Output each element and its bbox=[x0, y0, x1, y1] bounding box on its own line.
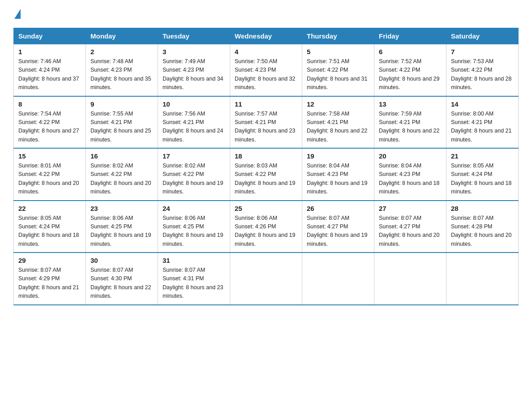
calendar-cell: 27Sunrise: 8:07 AMSunset: 4:27 PMDayligh… bbox=[374, 201, 446, 253]
calendar-cell: 2Sunrise: 7:48 AMSunset: 4:23 PMDaylight… bbox=[86, 44, 158, 96]
day-number: 12 bbox=[307, 100, 369, 108]
day-number: 19 bbox=[307, 152, 369, 160]
col-header-wednesday: Wednesday bbox=[230, 28, 302, 44]
day-info: Sunrise: 7:56 AMSunset: 4:21 PMDaylight:… bbox=[163, 110, 225, 145]
calendar-cell: 22Sunrise: 8:05 AMSunset: 4:24 PMDayligh… bbox=[14, 201, 86, 253]
day-number: 1 bbox=[18, 48, 81, 56]
day-info: Sunrise: 7:59 AMSunset: 4:21 PMDaylight:… bbox=[379, 110, 442, 145]
day-info: Sunrise: 7:50 AMSunset: 4:23 PMDaylight:… bbox=[235, 57, 297, 92]
calendar-cell: 30Sunrise: 8:07 AMSunset: 4:30 PMDayligh… bbox=[86, 253, 158, 305]
day-number: 5 bbox=[307, 48, 369, 56]
day-info: Sunrise: 8:01 AMSunset: 4:22 PMDaylight:… bbox=[18, 162, 81, 197]
week-row-5: 29Sunrise: 8:07 AMSunset: 4:29 PMDayligh… bbox=[14, 253, 519, 305]
logo bbox=[13, 9, 21, 19]
day-number: 11 bbox=[235, 100, 297, 108]
day-number: 9 bbox=[90, 100, 153, 108]
col-header-monday: Monday bbox=[86, 28, 158, 44]
calendar-cell: 14Sunrise: 8:00 AMSunset: 4:21 PMDayligh… bbox=[446, 96, 519, 149]
col-header-friday: Friday bbox=[374, 28, 446, 44]
day-number: 8 bbox=[18, 100, 81, 108]
calendar-cell: 23Sunrise: 8:06 AMSunset: 4:25 PMDayligh… bbox=[86, 201, 158, 253]
calendar-cell: 28Sunrise: 8:07 AMSunset: 4:28 PMDayligh… bbox=[446, 201, 519, 253]
day-number: 10 bbox=[163, 100, 225, 108]
day-number: 21 bbox=[451, 152, 514, 160]
day-info: Sunrise: 7:54 AMSunset: 4:22 PMDaylight:… bbox=[18, 110, 81, 145]
calendar-cell: 15Sunrise: 8:01 AMSunset: 4:22 PMDayligh… bbox=[14, 148, 86, 201]
calendar-cell: 4Sunrise: 7:50 AMSunset: 4:23 PMDaylight… bbox=[230, 44, 302, 96]
week-row-1: 1Sunrise: 7:46 AMSunset: 4:24 PMDaylight… bbox=[14, 44, 519, 96]
calendar-cell: 24Sunrise: 8:06 AMSunset: 4:25 PMDayligh… bbox=[158, 201, 230, 253]
calendar-cell: 12Sunrise: 7:58 AMSunset: 4:21 PMDayligh… bbox=[302, 96, 374, 149]
calendar-cell: 11Sunrise: 7:57 AMSunset: 4:21 PMDayligh… bbox=[230, 96, 302, 149]
calendar-cell: 26Sunrise: 8:07 AMSunset: 4:27 PMDayligh… bbox=[302, 201, 374, 253]
day-info: Sunrise: 8:04 AMSunset: 4:23 PMDaylight:… bbox=[307, 162, 369, 197]
week-row-4: 22Sunrise: 8:05 AMSunset: 4:24 PMDayligh… bbox=[14, 201, 519, 253]
day-number: 14 bbox=[451, 100, 514, 108]
day-info: Sunrise: 8:07 AMSunset: 4:30 PMDaylight:… bbox=[90, 266, 153, 301]
calendar-cell: 5Sunrise: 7:51 AMSunset: 4:22 PMDaylight… bbox=[302, 44, 374, 96]
calendar-cell: 31Sunrise: 8:07 AMSunset: 4:31 PMDayligh… bbox=[158, 253, 230, 305]
day-number: 4 bbox=[235, 48, 297, 56]
calendar-cell: 20Sunrise: 8:04 AMSunset: 4:23 PMDayligh… bbox=[374, 148, 446, 201]
day-number: 18 bbox=[235, 152, 297, 160]
day-number: 2 bbox=[90, 48, 153, 56]
logo-triangle-icon bbox=[14, 9, 21, 19]
day-info: Sunrise: 8:07 AMSunset: 4:29 PMDaylight:… bbox=[18, 266, 81, 301]
day-info: Sunrise: 8:06 AMSunset: 4:26 PMDaylight:… bbox=[235, 214, 297, 249]
day-number: 15 bbox=[18, 152, 81, 160]
day-info: Sunrise: 7:57 AMSunset: 4:21 PMDaylight:… bbox=[235, 110, 297, 145]
day-info: Sunrise: 7:51 AMSunset: 4:22 PMDaylight:… bbox=[307, 57, 369, 92]
day-info: Sunrise: 7:48 AMSunset: 4:23 PMDaylight:… bbox=[90, 57, 153, 92]
calendar-cell: 25Sunrise: 8:06 AMSunset: 4:26 PMDayligh… bbox=[230, 201, 302, 253]
day-number: 6 bbox=[379, 48, 442, 56]
day-number: 29 bbox=[18, 257, 81, 264]
col-header-tuesday: Tuesday bbox=[158, 28, 230, 44]
header-row: SundayMondayTuesdayWednesdayThursdayFrid… bbox=[14, 28, 519, 44]
col-header-thursday: Thursday bbox=[302, 28, 374, 44]
calendar-cell: 21Sunrise: 8:05 AMSunset: 4:24 PMDayligh… bbox=[446, 148, 519, 201]
calendar-cell: 8Sunrise: 7:54 AMSunset: 4:22 PMDaylight… bbox=[14, 96, 86, 149]
day-info: Sunrise: 8:07 AMSunset: 4:31 PMDaylight:… bbox=[163, 266, 225, 301]
day-number: 30 bbox=[90, 257, 153, 264]
day-number: 20 bbox=[379, 152, 442, 160]
day-info: Sunrise: 7:49 AMSunset: 4:23 PMDaylight:… bbox=[163, 57, 225, 92]
day-number: 28 bbox=[451, 205, 514, 212]
calendar-cell: 1Sunrise: 7:46 AMSunset: 4:24 PMDaylight… bbox=[14, 44, 86, 96]
page-header bbox=[13, 9, 519, 19]
day-info: Sunrise: 7:52 AMSunset: 4:22 PMDaylight:… bbox=[379, 57, 442, 92]
day-number: 25 bbox=[235, 205, 297, 212]
day-number: 24 bbox=[163, 205, 225, 212]
day-info: Sunrise: 8:07 AMSunset: 4:28 PMDaylight:… bbox=[451, 214, 514, 249]
calendar-cell: 18Sunrise: 8:03 AMSunset: 4:22 PMDayligh… bbox=[230, 148, 302, 201]
day-info: Sunrise: 8:05 AMSunset: 4:24 PMDaylight:… bbox=[451, 162, 514, 197]
day-number: 13 bbox=[379, 100, 442, 108]
day-number: 31 bbox=[163, 257, 225, 264]
day-info: Sunrise: 8:06 AMSunset: 4:25 PMDaylight:… bbox=[163, 214, 225, 249]
week-row-2: 8Sunrise: 7:54 AMSunset: 4:22 PMDaylight… bbox=[14, 96, 519, 149]
day-info: Sunrise: 8:05 AMSunset: 4:24 PMDaylight:… bbox=[18, 214, 81, 249]
day-info: Sunrise: 7:53 AMSunset: 4:22 PMDaylight:… bbox=[451, 57, 514, 92]
calendar-cell: 9Sunrise: 7:55 AMSunset: 4:21 PMDaylight… bbox=[86, 96, 158, 149]
day-number: 7 bbox=[451, 48, 514, 56]
day-number: 26 bbox=[307, 205, 369, 212]
calendar-cell: 19Sunrise: 8:04 AMSunset: 4:23 PMDayligh… bbox=[302, 148, 374, 201]
calendar-cell bbox=[302, 253, 374, 305]
day-number: 16 bbox=[90, 152, 153, 160]
day-info: Sunrise: 7:55 AMSunset: 4:21 PMDaylight:… bbox=[90, 110, 153, 145]
col-header-saturday: Saturday bbox=[446, 28, 519, 44]
calendar-cell: 7Sunrise: 7:53 AMSunset: 4:22 PMDaylight… bbox=[446, 44, 519, 96]
calendar-cell: 10Sunrise: 7:56 AMSunset: 4:21 PMDayligh… bbox=[158, 96, 230, 149]
day-info: Sunrise: 7:46 AMSunset: 4:24 PMDaylight:… bbox=[18, 57, 81, 92]
week-row-3: 15Sunrise: 8:01 AMSunset: 4:22 PMDayligh… bbox=[14, 148, 519, 201]
calendar-cell: 16Sunrise: 8:02 AMSunset: 4:22 PMDayligh… bbox=[86, 148, 158, 201]
calendar-cell: 6Sunrise: 7:52 AMSunset: 4:22 PMDaylight… bbox=[374, 44, 446, 96]
day-number: 23 bbox=[90, 205, 153, 212]
calendar-cell bbox=[374, 253, 446, 305]
calendar-table: SundayMondayTuesdayWednesdayThursdayFrid… bbox=[13, 28, 519, 305]
day-info: Sunrise: 8:06 AMSunset: 4:25 PMDaylight:… bbox=[90, 214, 153, 249]
calendar-cell: 17Sunrise: 8:02 AMSunset: 4:22 PMDayligh… bbox=[158, 148, 230, 201]
calendar-cell bbox=[446, 253, 519, 305]
day-info: Sunrise: 7:58 AMSunset: 4:21 PMDaylight:… bbox=[307, 110, 369, 145]
day-info: Sunrise: 8:07 AMSunset: 4:27 PMDaylight:… bbox=[307, 214, 369, 249]
day-info: Sunrise: 8:04 AMSunset: 4:23 PMDaylight:… bbox=[379, 162, 442, 197]
